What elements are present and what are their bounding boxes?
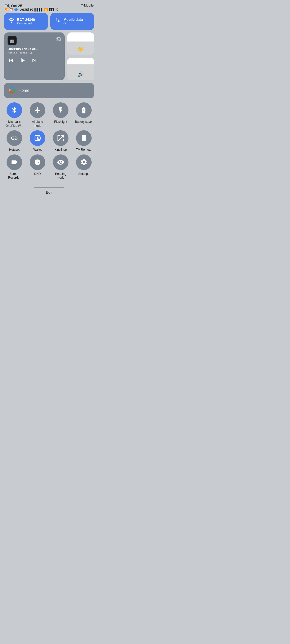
svg-point-3: [38, 138, 39, 139]
sliders-column: ☀️ 🔊: [67, 32, 94, 80]
battery-saver-circle: [76, 102, 92, 118]
media-track-title: OnePlus Tricks or...: [8, 47, 61, 51]
google-home-card[interactable]: Home: [4, 83, 94, 98]
media-app-icon: 🤖: [8, 36, 17, 45]
battery-icon: 85: [49, 8, 54, 11]
brightness-slider-card[interactable]: ☀️: [67, 32, 94, 55]
flashlight-tile[interactable]: Flashlight: [50, 102, 71, 128]
battery-percent-sign: %: [55, 8, 58, 11]
bluetooth-status-icon: 🔷: [14, 8, 18, 11]
media-track-subtitle: Android Faithful - Vl...: [8, 51, 61, 54]
cast-icon[interactable]: [56, 36, 61, 42]
bluetooth-circle: [7, 102, 22, 118]
mobile-data-text: Mobile data On: [63, 18, 83, 25]
dnd-tile[interactable]: DND: [27, 154, 48, 180]
flashlight-label: Flashlight: [54, 120, 67, 124]
wallet-circle: [30, 130, 45, 146]
airplane-mode-tile[interactable]: Airplanemode: [27, 102, 48, 128]
flashlight-circle: [53, 102, 68, 118]
settings-circle: [76, 154, 92, 170]
mobile-data-icon: [54, 17, 61, 25]
nfc-icon: 📶: [5, 8, 8, 11]
wifi-tile-text: ECT-24340 Connected: [17, 18, 35, 25]
airplane-mode-label: Airplanemode: [32, 120, 43, 128]
media-next-button[interactable]: [31, 57, 38, 65]
google-home-icon: [9, 87, 16, 94]
media-player-card[interactable]: 🤖 OnePlus Tricks or... Android Faithful …: [4, 32, 65, 80]
edit-label[interactable]: Edit: [46, 190, 52, 194]
volume-icon: 🔊: [78, 71, 84, 77]
wifi-tile-icon: [8, 17, 15, 25]
tv-remote-label: TV Remote: [76, 148, 92, 152]
settings-label: Settings: [78, 172, 89, 176]
screen-recorder-circle: [7, 154, 22, 170]
svg-text:🤖: 🤖: [10, 38, 15, 43]
home-indicator: [34, 187, 64, 188]
bluetooth-label: Mishaal'sOnePlus W...: [6, 120, 23, 128]
wifi-ssid: ECT-24340: [17, 18, 35, 22]
dnd-circle: [30, 154, 45, 170]
hotspot-tile[interactable]: Hotspot: [4, 130, 25, 152]
quick-settings-grid: Mishaal'sOnePlus W... Airplanemode Flash…: [4, 102, 94, 180]
reading-mode-circle: [53, 154, 68, 170]
media-prev-button[interactable]: [8, 57, 15, 65]
kinestop-circle: [53, 130, 68, 146]
mobile-data-tile[interactable]: Mobile data On: [50, 13, 94, 30]
dnd-label: DND: [34, 172, 41, 176]
edit-bar: Edit: [0, 184, 98, 196]
battery-saver-tile[interactable]: Battery saver: [74, 102, 94, 128]
hotspot-circle: [7, 130, 22, 146]
svg-point-0: [11, 22, 12, 23]
mobile-data-label: Mobile data: [63, 18, 83, 22]
screen-recorder-tile[interactable]: ScreenRecorder: [4, 154, 25, 180]
screen-recorder-label: ScreenRecorder: [8, 172, 20, 180]
tv-remote-circle: [76, 130, 92, 146]
wifi-calling-icon: VoLTE: [19, 8, 29, 11]
kinestop-label: KineStop: [55, 148, 67, 152]
wifi-tile[interactable]: ECT-24340 Connected: [4, 13, 48, 30]
status-icons: 📶 ⏰ 🔷 VoLTE 5G ▌▌▌▌ 📶 85 %: [5, 8, 58, 11]
brightness-icon: ☀️: [78, 46, 84, 52]
battery-saver-label: Battery saver: [75, 120, 93, 124]
5g-icon: 5G: [30, 8, 33, 11]
signal-icon: ▌▌▌▌: [34, 8, 43, 11]
wifi-icon: 📶: [44, 8, 48, 11]
wallet-label: Wallet: [33, 148, 42, 152]
hotspot-label: Hotspot: [9, 148, 19, 152]
settings-tile[interactable]: Settings: [74, 154, 94, 180]
quick-tiles-section: ECT-24340 Connected Mobile data On: [0, 13, 98, 180]
wallet-tile[interactable]: Wallet: [27, 130, 48, 152]
mobile-data-status: On: [63, 22, 83, 25]
media-play-button[interactable]: [19, 57, 26, 65]
airplane-mode-circle: [30, 102, 45, 118]
media-header: 🤖: [8, 36, 61, 45]
status-date: Fri, Oct 25: [5, 4, 58, 8]
reading-mode-label: Readingmode: [55, 172, 66, 180]
wifi-status: Connected: [17, 22, 35, 25]
volume-slider-card[interactable]: 🔊: [67, 58, 94, 80]
status-bar: Fri, Oct 25 📶 ⏰ 🔷 VoLTE 5G ▌▌▌▌ 📶 85 % T…: [0, 0, 98, 13]
media-section: 🤖 OnePlus Tricks or... Android Faithful …: [4, 32, 94, 80]
alarm-icon: ⏰: [9, 8, 13, 11]
home-label: Home: [19, 88, 29, 93]
bluetooth-tile[interactable]: Mishaal'sOnePlus W...: [4, 102, 25, 128]
top-tiles: ECT-24340 Connected Mobile data On: [4, 13, 94, 30]
carrier-label: T-Mobile: [81, 4, 94, 7]
media-controls: [8, 57, 61, 65]
kinestop-tile[interactable]: KineStop: [50, 130, 71, 152]
tv-remote-tile[interactable]: TV Remote: [74, 130, 94, 152]
reading-mode-tile[interactable]: Readingmode: [50, 154, 71, 180]
